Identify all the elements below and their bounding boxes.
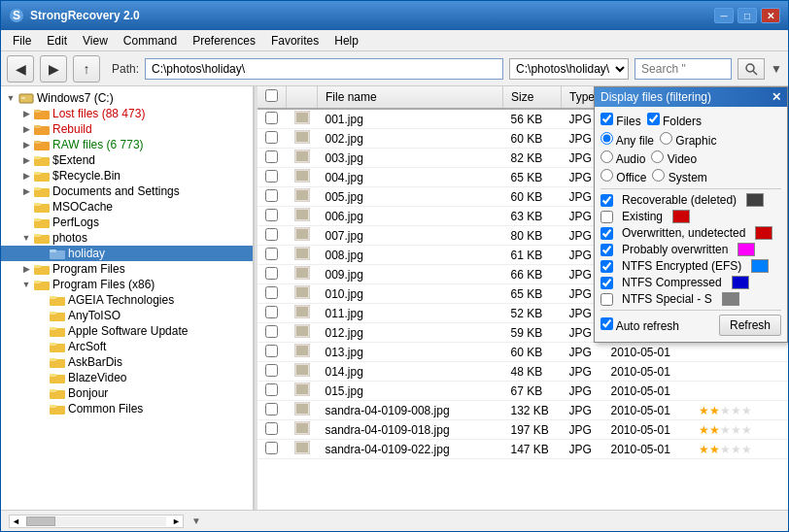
tree-item-bonjour[interactable]: Bonjour — [1, 385, 253, 401]
col-filename[interactable]: File name — [318, 86, 503, 109]
row-checkbox-cell[interactable] — [257, 304, 287, 323]
row-checkbox-cell[interactable] — [257, 440, 287, 459]
filter-ntfscomp-checkbox[interactable] — [600, 277, 613, 289]
row-checkbox-cell[interactable] — [257, 187, 287, 207]
filter-office-label[interactable]: Office — [600, 169, 646, 184]
table-row[interactable]: 014.jpg 48 KB JPG 2010-05-01 — [257, 362, 788, 382]
menu-favorites[interactable]: Favorites — [263, 30, 326, 50]
filter-folders-checkbox[interactable] — [647, 113, 660, 125]
row-checkbox[interactable] — [265, 112, 278, 124]
filter-graphic-radio[interactable] — [660, 132, 672, 145]
menu-preferences[interactable]: Preferences — [185, 30, 263, 50]
scroll-right-button[interactable]: ► — [170, 516, 183, 526]
scroll-left-button[interactable]: ◄ — [10, 516, 22, 526]
row-checkbox-cell[interactable] — [257, 129, 287, 149]
row-checkbox-cell[interactable] — [257, 246, 287, 265]
maximize-button[interactable]: □ — [738, 8, 757, 23]
select-all-checkbox[interactable] — [265, 89, 278, 102]
expander-sextend[interactable]: ▶ — [18, 155, 34, 165]
scroll-thumb[interactable] — [26, 516, 55, 526]
filter-system-radio[interactable] — [652, 169, 665, 182]
tree-item-ageia[interactable]: AGEIA Technologies — [1, 292, 253, 308]
filter-files-checkbox[interactable] — [600, 113, 613, 125]
row-checkbox[interactable] — [265, 150, 278, 163]
row-checkbox-cell[interactable] — [257, 420, 287, 440]
menu-help[interactable]: Help — [326, 30, 366, 50]
auto-refresh-label[interactable]: Auto refresh — [600, 317, 679, 333]
table-row[interactable]: 015.jpg 67 KB JPG 2010-05-01 — [257, 382, 788, 401]
tree-item-sextend[interactable]: ▶ $Extend — [1, 152, 253, 168]
row-checkbox[interactable] — [265, 364, 278, 377]
tree-item-holiday[interactable]: holiday — [1, 246, 253, 261]
close-button[interactable]: ✕ — [761, 8, 780, 23]
expander-lost[interactable]: ▶ — [18, 109, 34, 118]
row-checkbox-cell[interactable] — [257, 109, 287, 129]
expander-srecycle[interactable]: ▶ — [18, 171, 34, 181]
row-checkbox[interactable] — [265, 422, 278, 435]
filter-audio-label[interactable]: Audio — [600, 150, 645, 166]
expander-win7[interactable]: ▼ — [3, 93, 18, 103]
expander-raw[interactable]: ▶ — [18, 140, 34, 150]
tree-item-apple[interactable]: Apple Software Update — [1, 323, 253, 339]
horizontal-scrollbar[interactable]: ◄ ► — [9, 515, 184, 528]
path-dropdown[interactable]: C:\photos\holiday\ — [509, 58, 629, 80]
back-button[interactable]: ◀ — [7, 55, 34, 83]
path-input[interactable] — [145, 58, 503, 80]
table-row[interactable]: sandra-04-0109-022.jpg 147 KB JPG 2010-0… — [257, 440, 788, 459]
row-checkbox-cell[interactable] — [257, 343, 287, 362]
forward-button[interactable]: ▶ — [40, 55, 67, 83]
tree-item-arcsoft[interactable]: ArcSoft — [1, 339, 253, 354]
row-checkbox-cell[interactable] — [257, 149, 287, 168]
row-checkbox[interactable] — [265, 383, 278, 396]
expander-program[interactable]: ▶ — [18, 264, 34, 274]
row-checkbox[interactable] — [265, 306, 278, 318]
auto-refresh-checkbox[interactable] — [600, 317, 613, 330]
expander-rebuild[interactable]: ▶ — [18, 124, 34, 134]
filter-ntfsspec-checkbox[interactable] — [600, 293, 613, 306]
row-checkbox[interactable] — [265, 170, 278, 183]
tree-item-programx86[interactable]: ▼ Program Files (x86) — [1, 277, 253, 292]
refresh-button[interactable]: Refresh — [719, 315, 781, 336]
row-checkbox[interactable] — [265, 325, 278, 338]
row-checkbox[interactable] — [265, 209, 278, 221]
filter-audio-radio[interactable] — [600, 150, 613, 163]
tree-item-lost[interactable]: ▶ Lost files (88 473) — [1, 106, 253, 121]
filter-overwritten-checkbox[interactable] — [600, 227, 613, 240]
filter-probably-checkbox[interactable] — [600, 244, 613, 256]
row-checkbox[interactable] — [265, 228, 278, 241]
filter-office-radio[interactable] — [600, 169, 613, 182]
row-checkbox-cell[interactable] — [257, 401, 287, 420]
col-size[interactable]: Size — [502, 86, 561, 109]
up-button[interactable]: ↑ — [73, 55, 100, 83]
tree-item-askbar[interactable]: AskBarDis — [1, 354, 253, 370]
tree-item-docs[interactable]: ▶ Documents and Settings — [1, 183, 253, 199]
tree-item-mso[interactable]: MSOCache — [1, 199, 253, 215]
row-checkbox[interactable] — [265, 248, 278, 260]
menu-command[interactable]: Command — [116, 30, 185, 50]
row-checkbox[interactable] — [265, 442, 278, 454]
expander-programx86[interactable]: ▼ — [18, 280, 34, 289]
table-row[interactable]: 013.jpg 60 KB JPG 2010-05-01 — [257, 343, 788, 362]
tree-item-anytoiso[interactable]: AnyToISO — [1, 308, 253, 323]
row-checkbox[interactable] — [265, 131, 278, 144]
row-checkbox[interactable] — [265, 286, 278, 299]
table-row[interactable]: sandra-04-0109-018.jpg 197 KB JPG 2010-0… — [257, 420, 788, 440]
row-checkbox[interactable] — [265, 345, 278, 357]
filter-close-button[interactable]: ✕ — [772, 90, 781, 104]
filter-folders-label[interactable]: Folders — [647, 113, 702, 128]
tree-item-photos[interactable]: ▼ photos — [1, 230, 253, 246]
filter-video-radio[interactable] — [651, 150, 664, 163]
row-checkbox-cell[interactable] — [257, 284, 287, 304]
minimize-button[interactable]: ─ — [714, 8, 734, 23]
row-checkbox-cell[interactable] — [257, 382, 287, 401]
row-checkbox-cell[interactable] — [257, 265, 287, 284]
row-checkbox-cell[interactable] — [257, 168, 287, 187]
tree-item-rebuild[interactable]: ▶ Rebuild — [1, 121, 253, 137]
tree-item-blaze[interactable]: BlazeVideo — [1, 370, 253, 385]
row-checkbox-cell[interactable] — [257, 362, 287, 382]
expander-photos[interactable]: ▼ — [18, 233, 34, 243]
filter-ntfsenc-checkbox[interactable] — [600, 260, 613, 273]
filter-files-label[interactable]: Files — [600, 113, 641, 128]
filter-graphic-label[interactable]: Graphic — [660, 132, 716, 148]
tree-item-raw[interactable]: ▶ RAW files (6 773) — [1, 137, 253, 152]
